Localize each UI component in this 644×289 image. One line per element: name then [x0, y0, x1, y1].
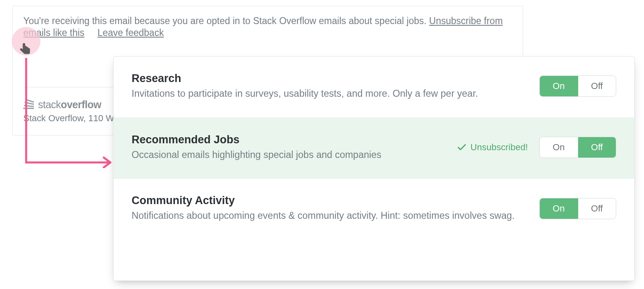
setting-description: Invitations to participate in surveys, u… [132, 87, 528, 100]
setting-row-recommended-jobs: Recommended Jobs Occasional emails highl… [114, 118, 634, 179]
toggle-research[interactable]: On Off [539, 76, 616, 97]
hand-cursor-icon [19, 42, 32, 60]
setting-text-block: Research Invitations to participate in s… [132, 72, 528, 100]
setting-text-block: Recommended Jobs Occasional emails highl… [132, 133, 445, 162]
setting-title: Recommended Jobs [132, 133, 445, 146]
toggle-on[interactable]: On [540, 137, 578, 158]
setting-text-block: Community Activity Notifications about u… [132, 194, 528, 222]
unsubscribe-reason-block: You're receiving this email because you … [23, 15, 512, 39]
unsubscribed-status: Unsubscribed! [456, 142, 528, 153]
setting-title: Community Activity [132, 194, 528, 207]
toggle-recommended-jobs[interactable]: On Off [539, 137, 616, 158]
setting-row-community-activity: Community Activity Notifications about u… [114, 179, 634, 240]
toggle-on[interactable]: On [540, 198, 578, 219]
check-icon [456, 142, 467, 153]
toggle-off[interactable]: Off [578, 198, 616, 219]
leave-feedback-link[interactable]: Leave feedback [98, 27, 164, 38]
flow-arrow [24, 58, 118, 168]
unsubscribe-reason-text: You're receiving this email because you … [23, 16, 427, 26]
toggle-community-activity[interactable]: On Off [539, 198, 616, 219]
toggle-on[interactable]: On [540, 76, 578, 96]
toggle-off[interactable]: Off [578, 137, 616, 158]
setting-description: Notifications about upcoming events & co… [132, 209, 528, 222]
setting-row-research: Research Invitations to participate in s… [114, 57, 634, 118]
unsubscribed-label: Unsubscribed! [470, 142, 528, 153]
setting-title: Research [132, 72, 528, 85]
setting-description: Occasional emails highlighting special j… [132, 149, 445, 162]
toggle-off[interactable]: Off [578, 76, 616, 96]
email-preferences-panel: Research Invitations to participate in s… [113, 56, 635, 281]
